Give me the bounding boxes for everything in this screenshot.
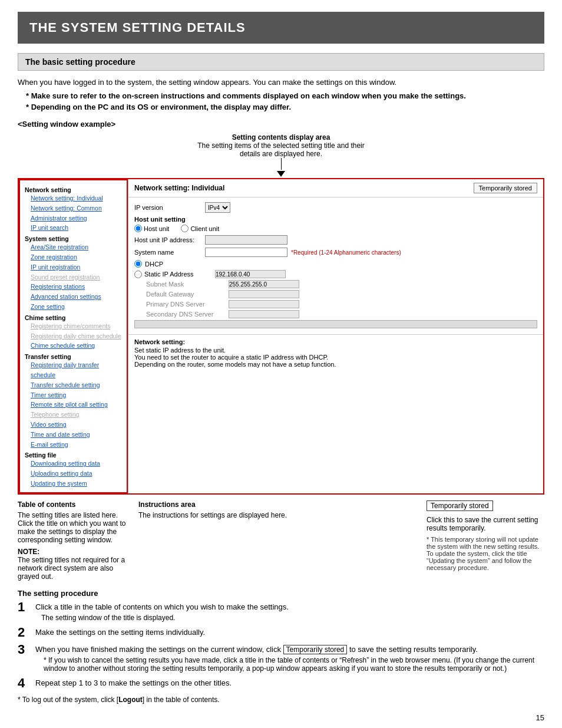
sidebar-item-chime-sched[interactable]: Chime schedule setting xyxy=(25,341,122,351)
screenshot-mockup: Network setting Network setting: Individ… xyxy=(18,178,544,495)
sidebar-item-chime-comments[interactable]: Registering chime/comments xyxy=(25,321,122,331)
sidebar-panel: Network setting Network setting: Individ… xyxy=(19,179,128,493)
sidebar-item-ip-search[interactable]: IP unit search xyxy=(25,223,122,233)
step-4-number: 4 xyxy=(18,677,35,690)
sidebar-item-stations[interactable]: Registering stations xyxy=(25,282,122,292)
system-name-row: System name *Required (1-24 Alphanumeric… xyxy=(134,248,537,257)
host-client-radio-group: Host unit Client unit xyxy=(134,225,537,232)
step-2-text: Make the settings on the setting items i… xyxy=(35,628,544,637)
step-2-content: Make the settings on the setting items i… xyxy=(35,628,544,637)
static-section: Static IP Address Subnet Mask Default Ga… xyxy=(134,270,537,318)
toc-title: Table of contents xyxy=(18,500,127,509)
page-number: 15 xyxy=(18,713,544,722)
step-3-content: When you have finished making the settin… xyxy=(35,645,544,673)
host-unit-section: Host unit setting xyxy=(134,216,537,223)
client-radio[interactable]: Client unit xyxy=(181,225,219,232)
setting-window-label: <Setting window example> xyxy=(18,120,544,129)
sidebar-item-time[interactable]: Time and date setting xyxy=(25,430,122,440)
sidebar-item-individual[interactable]: Network setting: Individual xyxy=(25,193,122,203)
instructions-line2: You need to set the router to acquire a … xyxy=(134,354,537,361)
instructions-line1: Set static IP address to the unit. xyxy=(134,347,537,354)
procedure-title: The setting procedure xyxy=(18,589,544,598)
sidebar-section-file: Setting file xyxy=(25,452,122,459)
client-radio-input[interactable] xyxy=(181,225,189,232)
step-3-number: 3 xyxy=(18,643,35,656)
top-annotation: Setting contents display area The settin… xyxy=(18,133,544,158)
main-panel: Network setting: Individual Temporarily … xyxy=(128,179,543,493)
sidebar-item-email[interactable]: E-mail setting xyxy=(25,440,122,450)
secondary-dns-input[interactable] xyxy=(229,310,299,318)
system-name-input[interactable] xyxy=(205,248,287,257)
temp-stored-box: Temporarily stored xyxy=(427,500,493,511)
ip-version-row: IP version IPv4 xyxy=(134,202,537,213)
instructions-line3: Depending on the router, some models may… xyxy=(134,361,537,368)
step-1-number: 1 xyxy=(18,601,35,614)
step-3-text-before: When you have finished making the settin… xyxy=(35,645,283,654)
step-2: 2 Make the settings on the setting items… xyxy=(18,628,544,639)
host-ip-input[interactable] xyxy=(205,235,287,245)
step-1-text: Click a title in the table of contents o… xyxy=(35,602,544,611)
subnet-row: Subnet Mask xyxy=(134,280,537,288)
host-radio[interactable]: Host unit xyxy=(134,225,169,232)
step-4-content: Repeat step 1 to 3 to make the settings … xyxy=(35,678,544,687)
bottom-labels: Table of contents The setting titles are… xyxy=(18,500,544,581)
toc-note-title: NOTE: xyxy=(18,548,39,556)
step-3-text-after: to save the setting results temporarily. xyxy=(347,645,478,654)
sidebar-item-telephone[interactable]: Telephone setting xyxy=(25,410,122,420)
form-area: IP version IPv4 Host unit setting Host u… xyxy=(128,197,543,334)
primary-dns-input[interactable] xyxy=(229,300,299,308)
sidebar-item-sound[interactable]: Sound preset registration xyxy=(25,272,122,282)
host-radio-input[interactable] xyxy=(134,225,142,232)
sidebar-item-adv-station[interactable]: Advanced station settings xyxy=(25,292,122,302)
system-name-label: System name xyxy=(134,249,205,256)
primary-dns-row: Primary DNS Server xyxy=(134,300,537,308)
sidebar-item-transfer-daily[interactable]: Registering daily transfer schedule xyxy=(25,360,122,380)
sidebar-section-chime: Chime setting xyxy=(25,314,122,321)
gateway-input[interactable] xyxy=(229,290,299,298)
instructions-label: Instructions area The instructions for s… xyxy=(127,500,427,519)
secondary-dns-row: Secondary DNS Server xyxy=(134,310,537,318)
sidebar-item-zone-reg[interactable]: Zone registration xyxy=(25,252,122,262)
dhcp-row: DHCP xyxy=(134,260,537,268)
toc-text: The setting titles are listed here. Clic… xyxy=(18,511,127,544)
sidebar-item-remote[interactable]: Remote site pilot call setting xyxy=(25,400,122,410)
sidebar-item-daily-chime[interactable]: Registering daily chime schedule xyxy=(25,331,122,341)
host-ip-row: Host unit IP address: xyxy=(134,235,537,245)
subnet-input[interactable] xyxy=(229,280,299,288)
instructions-area-text: The instructions for settings are displa… xyxy=(138,511,415,519)
sidebar-item-common[interactable]: Network setting: Common xyxy=(25,203,122,213)
temp-stored-button-top[interactable]: Temporarily stored xyxy=(474,183,537,193)
instructions-panel: Network setting: Set static IP address t… xyxy=(128,334,543,493)
sidebar-section-system: System setting xyxy=(25,235,122,242)
ip-version-select[interactable]: IPv4 xyxy=(205,202,230,213)
ip-version-label: IP version xyxy=(134,204,205,211)
step-4-text: Repeat step 1 to 3 to make the settings … xyxy=(35,678,544,687)
sidebar-item-ip-unit[interactable]: IP unit registration xyxy=(25,262,122,272)
required-note: *Required (1-24 Alphanumeric characters) xyxy=(291,249,401,256)
step-3-note: If you wish to cancel the setting result… xyxy=(35,656,544,673)
sidebar-item-admin[interactable]: Administrator setting xyxy=(25,213,122,223)
temp-stored-label: Temporarily stored Click this to save th… xyxy=(427,500,544,571)
sidebar-item-download[interactable]: Downloading setting data xyxy=(25,459,122,469)
network-header: Network setting: Individual Temporarily … xyxy=(128,179,543,197)
sidebar-item-area[interactable]: Area/Site registration xyxy=(25,242,122,252)
horizontal-scrollbar[interactable] xyxy=(134,320,537,328)
sidebar-item-zone-set[interactable]: Zone setting xyxy=(25,302,122,312)
sidebar-item-upload[interactable]: Uploading setting data xyxy=(25,469,122,479)
sidebar-item-transfer-sched[interactable]: Transfer schedule setting xyxy=(25,380,122,390)
sidebar-item-timer[interactable]: Timer setting xyxy=(25,390,122,400)
sidebar-section-network: Network setting xyxy=(25,186,122,193)
sidebar-item-video[interactable]: Video setting xyxy=(25,420,122,430)
instructions-title: Network setting: xyxy=(134,338,537,345)
dhcp-radio[interactable] xyxy=(134,260,142,268)
bullet-2: Depending on the PC and its OS or enviro… xyxy=(18,103,544,111)
section-title: The basic setting procedure xyxy=(18,53,544,71)
toc-label: Table of contents The setting titles are… xyxy=(18,500,127,581)
step-3-inline-btn: Temporarily stored xyxy=(283,645,348,654)
sidebar-item-update[interactable]: Updating the system xyxy=(25,479,122,489)
host-ip-label: Host unit IP address: xyxy=(134,236,205,243)
static-radio[interactable] xyxy=(134,271,142,278)
static-ip-input[interactable] xyxy=(215,270,286,278)
footer-note: To log out of the system, click [Logout]… xyxy=(18,696,544,704)
step-1-sub: The setting window of the title is displ… xyxy=(35,614,544,622)
